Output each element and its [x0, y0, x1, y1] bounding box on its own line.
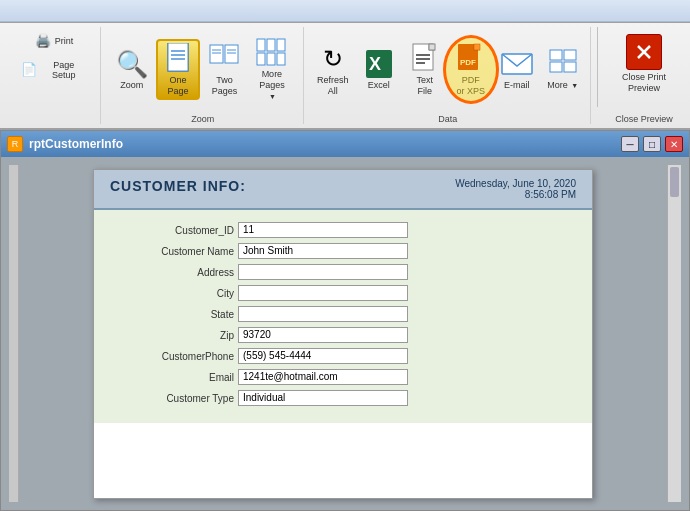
page-setup-label: Page Setup: [41, 60, 87, 80]
field-value: Individual: [238, 390, 408, 406]
report-row: Address: [114, 264, 572, 280]
left-scrollbar: [9, 165, 19, 502]
print-icon: 🖨️: [33, 30, 53, 50]
ribbon-content: 🖨️ Print 📄 Page Setup 🔍 Zoom: [0, 22, 690, 128]
svg-rect-16: [277, 53, 285, 65]
doc-titlebar: R rptCustomerInfo ─ □ ✕: [1, 131, 689, 157]
excel-label: Excel: [368, 80, 390, 91]
more-button[interactable]: More ▼: [542, 45, 584, 94]
print-button[interactable]: 🖨️ Print: [28, 27, 79, 53]
refresh-all-button[interactable]: ↻ RefreshAll: [312, 40, 354, 100]
ribbon: 🖨️ Print 📄 Page Setup 🔍 Zoom: [0, 0, 690, 130]
page-setup-button[interactable]: 📄 Page Setup: [14, 55, 92, 83]
email-label: E-mail: [504, 80, 530, 91]
close-preview-group-label: Close Preview: [615, 112, 673, 124]
report-body: Customer_ID11Customer NameJohn SmithAddr…: [94, 210, 592, 423]
field-label: Address: [114, 267, 234, 278]
close-print-preview-label: Close PrintPreview: [622, 72, 666, 94]
group-zoom: 🔍 Zoom OnePage: [103, 27, 304, 124]
restore-button[interactable]: □: [643, 136, 661, 152]
excel-button[interactable]: X Excel: [358, 45, 400, 94]
report-title: CUSTOMER INFO:: [110, 178, 246, 194]
svg-rect-27: [474, 44, 480, 50]
field-label: Email: [114, 372, 234, 383]
data-group-label: Data: [438, 112, 457, 124]
report-row: Customer NameJohn Smith: [114, 243, 572, 259]
two-pages-button[interactable]: TwoPages: [204, 40, 245, 100]
scroll-thumb[interactable]: [670, 167, 679, 197]
print-label: Print: [55, 36, 74, 46]
field-label: Zip: [114, 330, 234, 341]
ribbon-divider: [597, 27, 598, 107]
report-page: CUSTOMER INFO: Wednesday, June 10, 2020 …: [93, 169, 593, 499]
svg-rect-5: [210, 45, 223, 63]
zoom-button[interactable]: 🔍 Zoom: [111, 45, 152, 94]
report-row: Zip93720: [114, 327, 572, 343]
text-file-icon: [409, 43, 441, 75]
field-label: CustomerPhone: [114, 351, 234, 362]
more-label: More ▼: [547, 80, 578, 91]
zoom-icon: 🔍: [116, 48, 148, 80]
right-scrollbar: [667, 165, 681, 502]
report-header: CUSTOMER INFO: Wednesday, June 10, 2020 …: [94, 170, 592, 210]
field-value: 11: [238, 222, 408, 238]
report-row: CustomerPhone(559) 545-4444: [114, 348, 572, 364]
doc-close-button[interactable]: ✕: [665, 136, 683, 152]
more-pages-label: MorePages ▼: [254, 69, 289, 101]
svg-rect-13: [277, 39, 285, 51]
report-date-time: Wednesday, June 10, 2020 8:56:08 PM: [455, 178, 576, 200]
report-row: State: [114, 306, 572, 322]
svg-text:PDF: PDF: [460, 58, 476, 67]
data-buttons: ↻ RefreshAll X Excel: [312, 27, 584, 112]
report-row: City: [114, 285, 572, 301]
svg-rect-1: [168, 43, 188, 71]
group-data: ↻ RefreshAll X Excel: [306, 27, 591, 124]
report-date: Wednesday, June 10, 2020: [455, 178, 576, 189]
text-file-label: TextFile: [417, 75, 434, 97]
field-value: [238, 264, 408, 280]
excel-icon: X: [363, 48, 395, 80]
doc-window-buttons: ─ □ ✕: [621, 136, 683, 152]
zoom-group-label: Zoom: [191, 112, 214, 124]
close-print-preview-icon: [626, 34, 662, 70]
svg-rect-33: [564, 62, 576, 72]
field-value: John Smith: [238, 243, 408, 259]
field-value: 93720: [238, 327, 408, 343]
pdf-xps-button[interactable]: PDF PDFor XPS: [450, 40, 492, 100]
field-label: State: [114, 309, 234, 320]
document-window: R rptCustomerInfo ─ □ ✕ CUSTOMER INFO: W…: [0, 130, 690, 511]
ribbon-top-bar: [0, 0, 690, 22]
svg-text:X: X: [369, 54, 381, 74]
field-label: Customer Type: [114, 393, 234, 404]
field-value: [238, 285, 408, 301]
svg-rect-30: [550, 50, 562, 60]
svg-rect-11: [257, 39, 265, 51]
doc-title-icon: R: [7, 136, 23, 152]
email-icon: [501, 48, 533, 80]
two-pages-icon: [209, 43, 241, 75]
email-button[interactable]: E-mail: [496, 45, 538, 94]
report-row: Customer_ID11: [114, 222, 572, 238]
doc-content-area: CUSTOMER INFO: Wednesday, June 10, 2020 …: [1, 157, 689, 510]
one-page-button[interactable]: OnePage: [156, 39, 199, 101]
doc-title-text: rptCustomerInfo: [29, 137, 615, 151]
more-icon: [547, 48, 579, 80]
svg-rect-12: [267, 39, 275, 51]
more-pages-button[interactable]: MorePages ▼: [249, 34, 294, 104]
report-time: 8:56:08 PM: [455, 189, 576, 200]
refresh-label: RefreshAll: [317, 75, 349, 97]
two-pages-label: TwoPages: [212, 75, 238, 97]
zoom-label: Zoom: [120, 80, 143, 91]
ribbon-buttons-pagesetup: 🖨️ Print 📄 Page Setup: [14, 27, 92, 124]
report-row: Email1241te@hotmail.com: [114, 369, 572, 385]
svg-rect-6: [225, 45, 238, 63]
group-page-setup: 🖨️ Print 📄 Page Setup: [6, 27, 101, 124]
report-row: Customer TypeIndividual: [114, 390, 572, 406]
close-print-preview-button[interactable]: Close PrintPreview: [617, 31, 671, 97]
field-value: (559) 545-4444: [238, 348, 408, 364]
svg-rect-32: [550, 62, 562, 72]
text-file-button[interactable]: TextFile: [404, 40, 446, 100]
minimize-button[interactable]: ─: [621, 136, 639, 152]
svg-rect-14: [257, 53, 265, 65]
field-label: Customer_ID: [114, 225, 234, 236]
